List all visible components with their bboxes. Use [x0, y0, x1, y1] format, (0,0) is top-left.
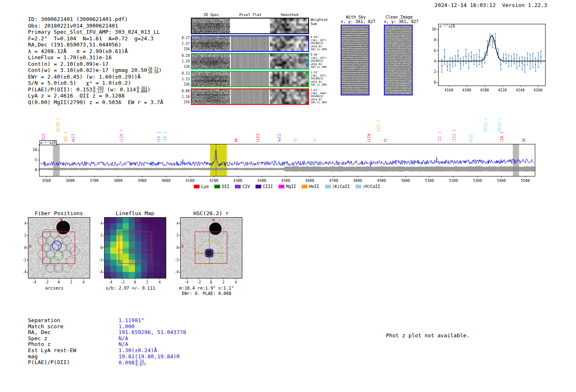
legend-swatch [279, 185, 284, 188]
spec2d-header-smoothed: Smoothed [270, 13, 309, 17]
spec2d-row-images [191, 88, 309, 105]
legend-label: OII [222, 184, 229, 189]
match-table-row: RA, Dec191.659296, 51.043778 [28, 329, 186, 336]
spec2d-image [192, 36, 230, 51]
match-table-row: Spec zN/A [28, 336, 186, 342]
emission-line-label: OIII ( [483, 118, 488, 132]
legend-item: HeII [302, 184, 319, 189]
clean-image [384, 25, 413, 95]
clean-image-coords: x, y: 361, 827 [384, 19, 414, 24]
stacked-fraction: 0.1610.088 [136, 86, 147, 93]
stacked-fraction: 20.5120.50 [147, 67, 159, 74]
legend-label: (K)CaII [332, 184, 350, 189]
with-sky-panel: With Sky x, y: 361, 827 [341, 15, 371, 95]
stacked-fraction: 0.2030.122 [93, 86, 104, 93]
text-segment: 0.098 [118, 360, 135, 366]
spec2d-right-label: Sum [311, 22, 330, 26]
spec2d-column-headers: 2D Spec Pixel Flat Smoothed [192, 13, 330, 17]
text-segment: ) [147, 86, 151, 93]
match-table-row: P(LAE)/P(OII)0.0980.140.077 [28, 360, 186, 366]
text-segment: Primary Spec_Slot_IFU_AMP: 303_024_013_L… [28, 29, 160, 35]
text-segment: Obs: 20180221v014_3000621401 [28, 23, 118, 29]
text-segment: ID: 3000621401 (3000621401.pdf) [28, 16, 128, 22]
emission-line-label: CIV ( [163, 131, 167, 143]
spec2d-header-2dspec: 2D Spec [192, 13, 231, 17]
spec2d-left-value: 0.27 [180, 36, 190, 40]
spec2d-row: WeightedSum [180, 18, 330, 34]
spec2d-image [192, 72, 230, 86]
text-segment: 1.000 [118, 323, 135, 329]
fiber-positions-plot [16, 216, 92, 285]
detection-info-block: ID: 3000621401 (3000621401.pdf)Obs: 2018… [28, 16, 163, 105]
match-table-value: N/A [118, 341, 128, 348]
legend-swatch [325, 185, 331, 188]
emission-line-label: OVI ( [63, 131, 68, 143]
text-segment: (w: 0.114 [104, 86, 136, 93]
with-sky-image [341, 25, 369, 95]
match-table-label: Match score [28, 324, 118, 330]
spectrum-legend: LyαOIICIVCIIIMgIIHeII(K)CaII(H)CaII [39, 184, 535, 189]
legend-swatch [255, 185, 261, 188]
text-segment: 19.82(19.80,19.84)R [118, 353, 180, 360]
info-line: RA,Dec (191.659073,51.044056) [28, 42, 163, 48]
spec2d-row-images [191, 35, 309, 52]
info-line: P(LAE)/P(OII): 0.1530.2030.122 (w: 0.114… [28, 86, 163, 93]
spec2d-left-value: 1.29 [180, 60, 190, 63]
spec2d-left-value: 156 [180, 100, 190, 104]
photz-note: Phot z plot not available. [386, 332, 470, 339]
hsc-cutout-plot [169, 216, 244, 285]
spec2d-header-pixelflat: Pixel Flat [231, 13, 270, 17]
legend-item: (K)CaII [325, 184, 350, 189]
match-table-value: 1.30(±0.24)Å [118, 348, 157, 354]
info-line: Cont(w) = 3.10(±0.02)e-17 (gmag 20.5020.… [28, 67, 163, 74]
match-table-value: 1.11981" [118, 318, 144, 324]
spec2d-row-left-labels: 0.131.53136 [180, 71, 191, 87]
spec2d-row-right-labels: 0.59"(361, 827)20180221v014_03303_LL_089 [309, 35, 330, 52]
legend-label: CIV [242, 184, 250, 189]
smoothed-image [270, 36, 308, 51]
legend-label: CIII [263, 184, 273, 189]
text-segment: F=2.2" T=0.104 N=1.61 A=0.72 g=24.3 [28, 35, 153, 42]
match-table-row: Separation1.11981" [28, 318, 186, 324]
match-table-value: N/A [118, 336, 128, 342]
spec2d-row-left-labels: 0.081.10156 [180, 88, 191, 105]
text-segment: RA,Dec (191.659073,51.044056) [28, 42, 121, 48]
emission-line-label: CIV ( [499, 131, 504, 143]
spec2d-image [192, 54, 230, 69]
spec2d-left-value: 0.13 [180, 72, 190, 75]
match-table-label: Spec z [28, 336, 118, 342]
spec2d-right-label: 303_LL_089 [311, 66, 330, 69]
spec2d-row-right-labels: 0.96"(361, 827)20180221v014_02303_LL_089 [309, 53, 330, 70]
text-segment: λ = 4208.12Å σ = 2.99(±0.61)Å [28, 48, 128, 54]
spec2d-rows: WeightedSum0.272.371360.59"(361, 827)201… [180, 18, 330, 105]
legend-item: (H)CaII [355, 184, 380, 189]
pixel-flat-image [231, 36, 269, 51]
legend-label: Lyα [201, 184, 209, 189]
text-segment: 191.659296, 51.043778 [118, 329, 186, 335]
info-line: Primary Spec_Slot_IFU_AMP: 303_024_013_L… [28, 29, 163, 35]
text-segment: N/A [118, 335, 128, 341]
smoothed-image [270, 72, 308, 86]
info-line: S/N = 5.0(±0.5) χ² = 1.0(±0.2) [28, 80, 163, 86]
match-table-value: 191.659296, 51.043778 [118, 329, 186, 336]
info-line: Q(0.00) MgII(2799) z = 0.5036 EW r = 3.7… [28, 99, 163, 106]
spec2d-blank-cell [231, 19, 269, 33]
lineflux-caption: s/b: 2.07 +/- 0.111 [93, 285, 168, 290]
spec2d-left-value: 0.20 [180, 54, 190, 58]
legend-item: CIII [255, 184, 273, 189]
spec2d-left-value: 1.53 [180, 77, 190, 81]
match-table-row: mag19.82(19.80,19.84)R [28, 354, 186, 360]
match-table-row: Photo zN/A [28, 341, 186, 348]
legend-swatch [355, 185, 361, 188]
spec2d-left-value: 1.10 [180, 95, 190, 99]
line-fit-inset-plot [426, 21, 548, 95]
smoothed-image [270, 54, 308, 69]
spec2d-row-left-labels: 0.201.29136 [180, 53, 191, 70]
legend-swatch [235, 185, 241, 188]
spec2d-right-label: 303_LL_069 [311, 101, 330, 104]
spec2d-left-value: 2.37 [180, 42, 190, 46]
emission-line-labels: CIIISiIV (OVI (HeIISiIV (OIV ]CIV (NVSiI… [39, 110, 535, 144]
legend-item: CIV [235, 184, 250, 189]
match-table-label: Separation [28, 318, 118, 324]
text-segment: EWr = 2.40(±0.45) (w: 1.60(±0.29))Å [28, 74, 141, 80]
